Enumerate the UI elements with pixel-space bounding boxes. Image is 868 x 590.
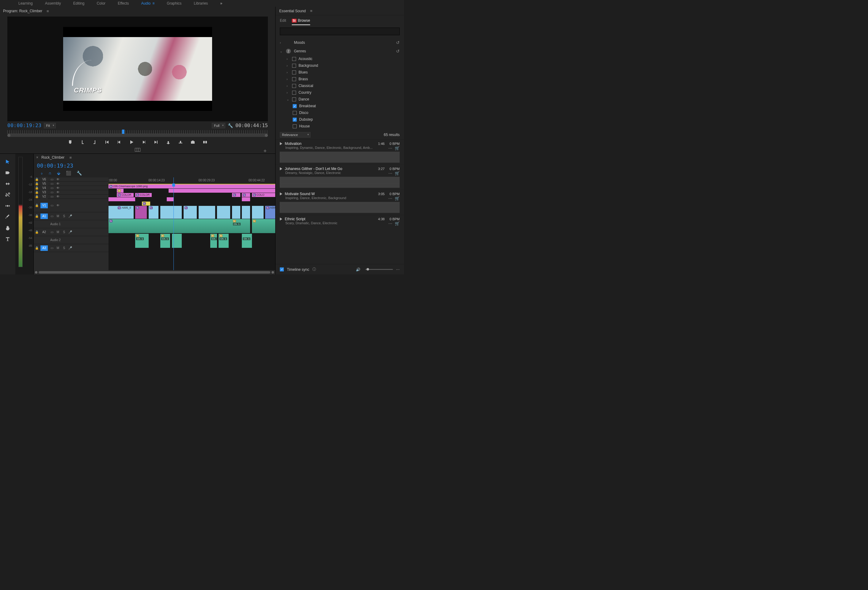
play-preview-button[interactable] <box>280 218 282 221</box>
workspace-libraries[interactable]: Libraries <box>194 1 208 6</box>
workspace-effects[interactable]: Effects <box>118 1 129 6</box>
track-a3-label[interactable]: A3 <box>40 246 48 251</box>
checkbox[interactable] <box>293 124 297 128</box>
step-back-button[interactable] <box>117 139 122 145</box>
more-icon[interactable]: ⋯ <box>396 268 400 272</box>
close-sequence-icon[interactable]: × <box>36 155 38 160</box>
clip[interactable] <box>168 189 275 193</box>
result-item[interactable]: Motivation 1:46 0 BPM Inspiring, Dynamic… <box>276 139 404 165</box>
workspace-color[interactable]: Color <box>96 1 105 6</box>
clip-video[interactable]: fxA005 <box>265 206 275 219</box>
workspace-assembly[interactable]: Assembly <box>45 1 61 6</box>
clip-video[interactable] <box>108 206 117 219</box>
marker-icon[interactable]: ⬙ <box>57 171 61 175</box>
pen-tool[interactable] <box>4 214 11 220</box>
eye-icon[interactable]: 👁 <box>56 182 60 186</box>
add-to-cart-icon[interactable]: 🛒 <box>395 196 400 201</box>
more-icon[interactable]: ⋯ <box>388 196 392 201</box>
clip-audio[interactable]: fxCh. 1 <box>210 234 217 248</box>
genre-item-background[interactable]: ›Background <box>280 62 400 69</box>
clip[interactable] <box>242 197 250 201</box>
clip[interactable] <box>108 197 135 201</box>
panel-menu-icon[interactable]: ≡ <box>47 9 49 13</box>
clip-audio[interactable]: fx <box>108 219 232 233</box>
workspace-editing[interactable]: Editing <box>73 1 84 6</box>
eye-icon[interactable]: 👁 <box>56 203 60 208</box>
go-to-in-button[interactable] <box>104 139 110 145</box>
clip-color[interactable]: fxCOLOR <box>135 193 152 197</box>
volume-icon[interactable]: 🔊 <box>356 268 360 272</box>
clip-video[interactable]: fx <box>149 206 159 219</box>
timeline-playhead[interactable] <box>173 177 174 270</box>
timeline-wrench-icon[interactable]: 🔧 <box>77 171 82 175</box>
clip-video[interactable]: fx <box>135 206 147 219</box>
clip-audio[interactable]: fx <box>252 219 275 233</box>
genre-item-country[interactable]: ›Country <box>280 89 400 96</box>
settings-wrench-icon[interactable]: 🔧 <box>228 123 233 128</box>
genre-item-breakbeat[interactable]: ✓Breakbeat <box>280 103 400 109</box>
voiceover-icon[interactable]: 🎤 <box>68 214 72 218</box>
more-icon[interactable]: ⋯ <box>388 146 392 150</box>
solo-icon[interactable]: S <box>62 214 66 218</box>
program-timecode[interactable]: 00:00:19:23 <box>7 122 41 128</box>
track-a1-label[interactable]: A1 <box>40 213 48 219</box>
reset-icon[interactable]: ↺ <box>396 40 400 45</box>
go-to-out-button[interactable] <box>153 139 159 145</box>
checkbox[interactable] <box>292 64 296 68</box>
selection-tool[interactable] <box>4 159 11 165</box>
checkbox[interactable] <box>292 57 296 61</box>
tab-browse[interactable]: StBrowse <box>292 18 310 25</box>
button-editor-icon[interactable] <box>135 148 140 152</box>
more-icon[interactable]: ⋯ <box>388 171 392 175</box>
clip-video[interactable] <box>242 206 250 219</box>
lock-icon[interactable]: 🔒 <box>35 246 38 250</box>
mark-out-button[interactable] <box>92 139 97 145</box>
genre-item-classical[interactable]: ›Classical <box>280 82 400 89</box>
voiceover-icon[interactable]: 🎤 <box>68 230 72 234</box>
clip-color[interactable]: fxCOLO <box>252 193 275 197</box>
track-v2-label[interactable]: V2 <box>40 194 48 199</box>
result-item[interactable]: Motivate Sound W 3:05 0 BPM Inspiring, D… <box>276 190 404 215</box>
checkbox-checked[interactable]: ✓ <box>293 104 297 108</box>
lock-icon[interactable]: 🔒 <box>35 177 38 182</box>
slip-tool[interactable] <box>4 203 11 209</box>
razor-tool[interactable] <box>4 192 11 198</box>
snap-icon[interactable]: ⬨ <box>40 171 43 175</box>
clip-audio[interactable]: Ch. 1 <box>242 234 252 248</box>
track-select-tool[interactable] <box>4 170 11 176</box>
type-tool[interactable] <box>4 236 11 242</box>
track-a2-label[interactable]: A2 <box>40 230 48 235</box>
timeline-horizontal-scrollbar[interactable] <box>34 270 275 275</box>
lock-icon[interactable]: 🔒 <box>35 190 38 194</box>
checkbox[interactable] <box>292 97 296 102</box>
checkbox[interactable] <box>292 91 296 95</box>
moods-section-header[interactable]: › Moods ↺ <box>280 38 400 47</box>
genre-item-dance[interactable]: ⌄Dance <box>280 96 400 103</box>
lock-icon[interactable]: 🔒 <box>35 186 38 190</box>
add-to-cart-icon[interactable]: 🛒 <box>395 171 400 175</box>
genre-item-brass[interactable]: ›Brass <box>280 76 400 82</box>
timeline-clips-area[interactable]: :00:00 00:00:14:23 00:00:29:23 00:00:44:… <box>108 177 275 270</box>
volume-slider[interactable] <box>365 269 393 270</box>
solo-icon[interactable]: S <box>62 246 66 250</box>
clip-color[interactable]: fx <box>232 193 240 197</box>
resolution-dropdown[interactable]: Full <box>212 123 225 128</box>
reset-icon[interactable]: ↺ <box>396 49 400 54</box>
clip-audio[interactable]: fxCh. 1 <box>232 219 250 233</box>
search-input[interactable] <box>280 28 400 35</box>
play-preview-button[interactable] <box>280 193 282 196</box>
program-monitor[interactable]: CRIMPS <box>7 16 268 121</box>
track-v1-label[interactable]: V1 <box>40 203 48 208</box>
add-to-cart-icon[interactable]: 🛒 <box>395 221 400 226</box>
workspace-graphics[interactable]: Graphics <box>167 1 182 6</box>
lock-icon[interactable]: 🔒 <box>35 214 38 218</box>
program-playhead[interactable] <box>122 129 124 134</box>
eye-icon[interactable]: 👁 <box>56 186 60 190</box>
genre-item-house[interactable]: House <box>280 123 400 129</box>
eye-icon[interactable]: 👁 <box>56 177 60 182</box>
info-icon[interactable]: ⓘ <box>312 267 316 272</box>
timeline-sync-checkbox[interactable]: ✓ <box>280 268 284 271</box>
checkbox[interactable] <box>293 111 297 115</box>
extract-button[interactable] <box>178 139 183 145</box>
solo-icon[interactable]: S <box>62 230 66 234</box>
